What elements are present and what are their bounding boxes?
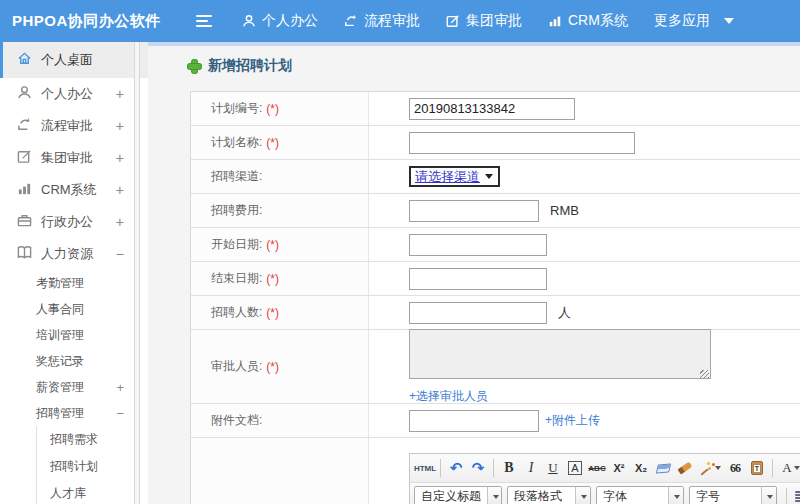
app-logo: PHPOA协同办公软件 <box>0 12 178 31</box>
sidebar-item-training[interactable]: 培训管理 <box>0 322 148 348</box>
plan-no-input[interactable] <box>409 98 575 120</box>
sidebar-item-desktop[interactable]: 个人桌面 <box>0 42 148 78</box>
resize-grip-icon[interactable] <box>700 370 709 379</box>
caret-down-icon <box>487 487 501 504</box>
sidebar-item-recruit-mgmt[interactable]: 招聘管理− <box>0 400 148 426</box>
sidebar-item-admin-office[interactable]: 行政办公 + <box>0 206 148 238</box>
autoclean-button[interactable] <box>696 458 724 479</box>
nav-crm-system[interactable]: CRM系统 <box>548 12 628 30</box>
attachment-input[interactable] <box>409 410 539 432</box>
start-date-input[interactable] <box>409 234 547 256</box>
field-label: 招聘费用: <box>191 194 369 227</box>
field-label: 开始日期:(*) <box>191 228 369 261</box>
headcount-input[interactable] <box>409 302 547 324</box>
paragraph-format-select[interactable]: 段落格式 <box>507 486 591 504</box>
nav-process-approval[interactable]: 流程审批 <box>344 12 420 30</box>
subscript-button[interactable]: X₂ <box>630 458 652 479</box>
font-size-select[interactable]: 字号 <box>689 486 777 504</box>
paste-button[interactable]: T <box>746 458 768 479</box>
sidebar-item-attendance[interactable]: 考勤管理 <box>0 270 148 296</box>
form-row-channel: 招聘渠道: 请选择渠道 <box>191 160 800 194</box>
end-date-input[interactable] <box>409 268 547 290</box>
caret-down-icon <box>575 487 590 504</box>
superscript-button[interactable]: X² <box>608 458 630 479</box>
select-caret-icon <box>485 174 493 179</box>
recruit-submenu: 招聘需求 招聘计划 人才库 <box>36 426 148 504</box>
sidebar-item-hr[interactable]: 人力资源 − <box>0 238 148 270</box>
top-nav: 个人办公 流程审批 集团审批 CRM系统 更多应用 <box>242 12 760 30</box>
process-icon <box>344 14 358 28</box>
sidebar-item-personal-office[interactable]: 个人办公 + <box>0 78 148 110</box>
expand-plus-icon[interactable]: + <box>116 118 124 134</box>
headcount-unit-label: 人 <box>558 304 571 322</box>
field-label: 审批人员:(*) <box>191 330 369 403</box>
required-mark: (*) <box>266 136 279 150</box>
bar-chart-icon <box>17 181 41 199</box>
briefcase-icon <box>17 213 41 231</box>
attachment-upload-link[interactable]: +附件上传 <box>545 412 600 429</box>
required-mark: (*) <box>266 306 279 320</box>
expand-plus-icon[interactable]: + <box>116 86 124 102</box>
custom-title-select[interactable]: 自定义标题 <box>414 486 502 504</box>
collapse-minus-icon[interactable]: − <box>116 406 124 421</box>
form-row-headcount: 招聘人数:(*) 人 <box>191 296 800 330</box>
italic-button[interactable]: I <box>520 458 542 479</box>
sidebar-item-talent-pool[interactable]: 人才库 <box>37 480 148 504</box>
collapse-minus-icon[interactable]: − <box>116 246 124 262</box>
expand-plus-icon[interactable]: + <box>116 182 124 198</box>
field-label <box>191 438 369 504</box>
sidebar-item-process-approval[interactable]: 流程审批 + <box>0 110 148 142</box>
sidebar-item-recruit-plan[interactable]: 招聘计划 <box>37 453 148 480</box>
eraser-button[interactable] <box>652 458 674 479</box>
editor-toolbar-row1: HTML ↶ ↷ B I U A ABC X² X₂ <box>410 454 800 482</box>
plan-name-input[interactable] <box>409 132 635 154</box>
magic-wand-icon <box>700 462 713 475</box>
redo-button[interactable]: ↷ <box>467 458 489 479</box>
form-row-editor: HTML ↶ ↷ B I U A ABC X² X₂ <box>191 438 800 504</box>
menu-toggle-icon[interactable] <box>196 15 212 27</box>
fee-input[interactable] <box>409 200 539 222</box>
nav-more-apps[interactable]: 更多应用 <box>654 12 734 30</box>
sidebar-item-hr-contract[interactable]: 人事合同 <box>0 296 148 322</box>
choose-approver-link[interactable]: +选择审批人员 <box>409 388 488 405</box>
approval-edit-icon <box>446 14 460 28</box>
page-title: 新增招聘计划 <box>188 57 800 75</box>
font-family-select[interactable]: 字体 <box>596 486 684 504</box>
form-row-attachment: 附件文档: +附件上传 <box>191 404 800 438</box>
brush-icon <box>678 462 693 475</box>
field-label: 招聘渠道: <box>191 160 369 193</box>
underline-button[interactable]: U <box>542 458 564 479</box>
form-row-start-date: 开始日期:(*) <box>191 228 800 262</box>
strikethrough-button[interactable]: ABC <box>586 458 608 479</box>
book-icon <box>17 245 41 263</box>
expand-plus-icon[interactable]: + <box>116 150 124 166</box>
sidebar-item-rewards[interactable]: 奖惩记录 <box>0 348 148 374</box>
sidebar-item-recruit-demand[interactable]: 招聘需求 <box>37 426 148 453</box>
user-icon <box>17 85 41 103</box>
align-left-button[interactable] <box>791 486 800 504</box>
autotypeset-button[interactable]: A <box>568 461 581 475</box>
html-source-button[interactable]: HTML <box>414 458 436 479</box>
bold-button[interactable]: B <box>498 458 520 479</box>
expand-plus-icon[interactable]: + <box>116 214 124 230</box>
channel-select[interactable]: 请选择渠道 <box>409 166 500 187</box>
undo-button[interactable]: ↶ <box>445 458 467 479</box>
format-brush-button[interactable] <box>674 458 696 479</box>
sidebar-item-group-approval[interactable]: 集团审批 + <box>0 142 148 174</box>
top-header: PHPOA协同办公软件 个人办公 流程审批 集团审批 CRM系统 更多应用 <box>0 0 800 42</box>
caret-down-icon <box>724 18 734 24</box>
sidebar-item-crm[interactable]: CRM系统 + <box>0 174 148 206</box>
nav-personal-office[interactable]: 个人办公 <box>242 12 318 30</box>
field-label: 招聘人数:(*) <box>191 296 369 329</box>
form-row-plan-no: 计划编号:(*) <box>191 92 800 126</box>
expand-plus-icon[interactable]: + <box>116 380 124 395</box>
form-row-fee: 招聘费用: RMB <box>191 194 800 228</box>
blockquote-button[interactable]: 66 <box>724 458 746 479</box>
nav-group-approval[interactable]: 集团审批 <box>446 12 522 30</box>
font-color-button[interactable]: A <box>777 458 800 479</box>
sidebar-scrollbar[interactable] <box>134 42 140 504</box>
caret-down-icon <box>794 466 800 470</box>
home-icon <box>17 51 41 69</box>
approver-textarea[interactable] <box>409 329 711 379</box>
sidebar-item-salary[interactable]: 薪资管理+ <box>0 374 148 400</box>
